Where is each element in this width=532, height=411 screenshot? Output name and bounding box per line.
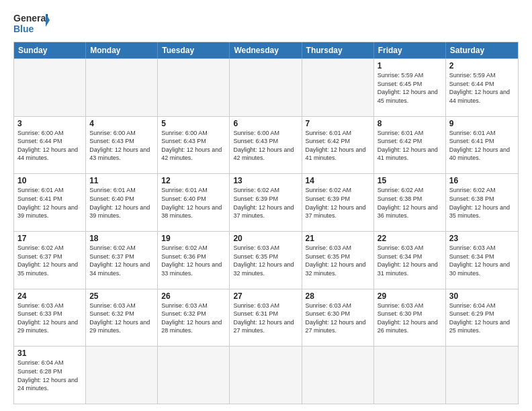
empty-cell-5-6 [446,347,518,404]
day-cell-24: 24Sunrise: 6:03 AM Sunset: 6:33 PM Dayli… [14,289,86,347]
day-number-7: 7 [306,119,370,128]
day-cell-3: 3Sunrise: 6:00 AM Sunset: 6:44 PM Daylig… [14,117,86,174]
day-info-1: Sunrise: 5:59 AM Sunset: 6:45 PM Dayligh… [378,71,442,105]
empty-cell-0-1 [86,59,158,116]
day-number-31: 31 [17,349,82,358]
header-day-monday: Monday [86,42,158,58]
empty-cell-5-4 [302,347,374,404]
day-info-18: Sunrise: 6:02 AM Sunset: 6:37 PM Dayligh… [89,244,154,277]
day-info-14: Sunrise: 6:02 AM Sunset: 6:39 PM Dayligh… [306,186,370,220]
header-day-thursday: Thursday [302,42,374,58]
day-info-13: Sunrise: 6:02 AM Sunset: 6:39 PM Dayligh… [233,186,298,220]
day-info-26: Sunrise: 6:03 AM Sunset: 6:32 PM Dayligh… [161,302,226,335]
day-number-12: 12 [161,176,226,185]
day-info-20: Sunrise: 6:03 AM Sunset: 6:35 PM Dayligh… [233,244,298,277]
logo: General Blue [13,11,50,36]
empty-cell-5-1 [86,347,158,404]
header-day-tuesday: Tuesday [158,42,230,58]
day-cell-17: 17Sunrise: 6:02 AM Sunset: 6:37 PM Dayli… [14,232,86,289]
day-number-28: 28 [306,291,370,301]
day-info-5: Sunrise: 6:00 AM Sunset: 6:43 PM Dayligh… [161,129,226,163]
header-day-saturday: Saturday [446,42,518,58]
day-cell-14: 14Sunrise: 6:02 AM Sunset: 6:39 PM Dayli… [302,174,374,231]
day-cell-20: 20Sunrise: 6:03 AM Sunset: 6:35 PM Dayli… [230,232,302,289]
week-row-4: 17Sunrise: 6:02 AM Sunset: 6:37 PM Dayli… [14,231,518,289]
day-number-4: 4 [89,119,154,128]
header-day-friday: Friday [374,42,446,58]
day-number-10: 10 [17,176,82,185]
day-cell-4: 4Sunrise: 6:00 AM Sunset: 6:43 PM Daylig… [86,117,158,174]
day-info-15: Sunrise: 6:02 AM Sunset: 6:38 PM Dayligh… [378,186,442,220]
day-info-27: Sunrise: 6:03 AM Sunset: 6:31 PM Dayligh… [233,302,298,335]
empty-cell-5-2 [158,347,230,404]
day-cell-6: 6Sunrise: 6:00 AM Sunset: 6:43 PM Daylig… [230,117,302,174]
week-row-6: 31Sunrise: 6:04 AM Sunset: 6:28 PM Dayli… [14,346,518,404]
day-number-15: 15 [378,176,442,185]
day-number-11: 11 [89,176,154,185]
day-number-25: 25 [89,291,154,301]
empty-cell-0-0 [14,59,86,116]
calendar: SundayMondayTuesdayWednesdayThursdayFrid… [13,42,519,404]
calendar-header: SundayMondayTuesdayWednesdayThursdayFrid… [14,42,518,58]
day-info-17: Sunrise: 6:02 AM Sunset: 6:37 PM Dayligh… [17,244,82,277]
week-row-1: 1Sunrise: 5:59 AM Sunset: 6:45 PM Daylig… [14,58,518,116]
day-cell-1: 1Sunrise: 5:59 AM Sunset: 6:45 PM Daylig… [374,59,446,116]
header-day-sunday: Sunday [14,42,86,58]
day-number-21: 21 [306,234,370,243]
day-info-31: Sunrise: 6:04 AM Sunset: 6:28 PM Dayligh… [17,359,82,392]
day-cell-8: 8Sunrise: 6:01 AM Sunset: 6:42 PM Daylig… [374,117,446,174]
day-info-19: Sunrise: 6:02 AM Sunset: 6:36 PM Dayligh… [161,244,226,277]
day-number-29: 29 [378,291,442,301]
empty-cell-0-2 [158,59,230,116]
day-info-25: Sunrise: 6:03 AM Sunset: 6:32 PM Dayligh… [89,302,154,335]
svg-text:Blue: Blue [13,24,34,34]
day-info-23: Sunrise: 6:03 AM Sunset: 6:34 PM Dayligh… [449,244,515,277]
day-cell-12: 12Sunrise: 6:01 AM Sunset: 6:40 PM Dayli… [158,174,230,231]
day-number-20: 20 [233,234,298,243]
empty-cell-5-3 [230,347,302,404]
day-number-24: 24 [17,291,82,301]
day-info-8: Sunrise: 6:01 AM Sunset: 6:42 PM Dayligh… [378,129,442,163]
day-number-3: 3 [17,119,82,128]
day-cell-25: 25Sunrise: 6:03 AM Sunset: 6:32 PM Dayli… [86,289,158,347]
day-cell-22: 22Sunrise: 6:03 AM Sunset: 6:34 PM Dayli… [374,232,446,289]
empty-cell-5-5 [374,347,446,404]
day-cell-7: 7Sunrise: 6:01 AM Sunset: 6:42 PM Daylig… [302,117,374,174]
day-number-2: 2 [449,61,515,71]
day-number-23: 23 [449,234,515,243]
day-cell-10: 10Sunrise: 6:01 AM Sunset: 6:41 PM Dayli… [14,174,86,231]
day-number-17: 17 [17,234,82,243]
day-cell-9: 9Sunrise: 6:01 AM Sunset: 6:41 PM Daylig… [446,117,518,174]
header-day-wednesday: Wednesday [230,42,302,58]
day-info-2: Sunrise: 5:59 AM Sunset: 6:44 PM Dayligh… [449,71,515,105]
day-info-6: Sunrise: 6:00 AM Sunset: 6:43 PM Dayligh… [233,129,298,163]
day-info-30: Sunrise: 6:04 AM Sunset: 6:29 PM Dayligh… [449,302,515,335]
day-number-6: 6 [233,119,298,128]
day-number-9: 9 [449,119,515,128]
day-info-16: Sunrise: 6:02 AM Sunset: 6:38 PM Dayligh… [449,186,515,220]
calendar-body: 1Sunrise: 5:59 AM Sunset: 6:45 PM Daylig… [14,58,518,404]
svg-text:General: General [13,13,48,24]
day-info-3: Sunrise: 6:00 AM Sunset: 6:44 PM Dayligh… [17,129,82,163]
day-number-14: 14 [306,176,370,185]
day-number-8: 8 [378,119,442,128]
week-row-5: 24Sunrise: 6:03 AM Sunset: 6:33 PM Dayli… [14,289,518,347]
day-info-29: Sunrise: 6:03 AM Sunset: 6:30 PM Dayligh… [378,302,442,335]
day-info-12: Sunrise: 6:01 AM Sunset: 6:40 PM Dayligh… [161,186,226,220]
day-cell-30: 30Sunrise: 6:04 AM Sunset: 6:29 PM Dayli… [446,289,518,347]
day-info-4: Sunrise: 6:00 AM Sunset: 6:43 PM Dayligh… [89,129,154,163]
day-info-28: Sunrise: 6:03 AM Sunset: 6:30 PM Dayligh… [306,302,370,335]
day-cell-27: 27Sunrise: 6:03 AM Sunset: 6:31 PM Dayli… [230,289,302,347]
day-info-10: Sunrise: 6:01 AM Sunset: 6:41 PM Dayligh… [17,186,82,220]
day-cell-19: 19Sunrise: 6:02 AM Sunset: 6:36 PM Dayli… [158,232,230,289]
day-cell-28: 28Sunrise: 6:03 AM Sunset: 6:30 PM Dayli… [302,289,374,347]
week-row-2: 3Sunrise: 6:00 AM Sunset: 6:44 PM Daylig… [14,116,518,174]
day-cell-21: 21Sunrise: 6:03 AM Sunset: 6:35 PM Dayli… [302,232,374,289]
day-number-22: 22 [378,234,442,243]
day-number-30: 30 [449,291,515,301]
day-number-1: 1 [378,61,442,71]
day-info-22: Sunrise: 6:03 AM Sunset: 6:34 PM Dayligh… [378,244,442,277]
day-cell-26: 26Sunrise: 6:03 AM Sunset: 6:32 PM Dayli… [158,289,230,347]
logo-svg: General Blue [13,11,50,36]
day-cell-5: 5Sunrise: 6:00 AM Sunset: 6:43 PM Daylig… [158,117,230,174]
